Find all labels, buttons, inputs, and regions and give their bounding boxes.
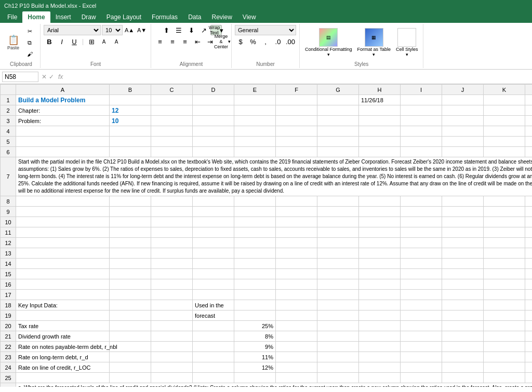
cell-b15[interactable]	[110, 269, 151, 279]
cell-a15[interactable]	[16, 269, 110, 279]
cell-d24[interactable]	[193, 362, 234, 373]
cell-c11[interactable]	[151, 227, 193, 238]
cell-g10[interactable]	[317, 217, 359, 227]
cell-l11[interactable]	[525, 227, 533, 238]
cell-h19[interactable]	[359, 310, 401, 321]
cell-k1[interactable]	[484, 95, 525, 105]
cell-c5[interactable]	[151, 137, 193, 147]
cell-a8[interactable]	[16, 196, 110, 207]
cell-c15[interactable]	[151, 269, 193, 279]
cell-h22[interactable]	[359, 342, 401, 352]
cell-g3[interactable]	[317, 116, 359, 126]
cell-a25[interactable]	[16, 373, 110, 383]
cell-l10[interactable]	[525, 217, 533, 227]
cell-k21[interactable]	[484, 331, 525, 342]
cell-k4[interactable]	[484, 126, 525, 137]
cell-h1[interactable]: 11/26/18	[359, 95, 401, 105]
cell-j18[interactable]	[442, 300, 484, 310]
cell-d11[interactable]	[193, 227, 234, 238]
cell-g21[interactable]	[317, 331, 359, 342]
increase-decimal-button[interactable]: .00	[285, 36, 296, 47]
cell-b11[interactable]	[110, 227, 151, 238]
cell-a24[interactable]: Rate on line of credit, r_LOC	[16, 362, 110, 373]
cell-k5[interactable]	[484, 137, 525, 147]
cell-reference[interactable]	[2, 72, 38, 82]
cell-k20[interactable]	[484, 321, 525, 331]
cell-f18[interactable]	[276, 300, 317, 310]
cell-e14[interactable]	[234, 259, 276, 269]
cell-k2[interactable]	[484, 105, 525, 116]
decrease-decimal-button[interactable]: .0	[272, 36, 284, 47]
cell-k3[interactable]	[484, 116, 525, 126]
cell-g5[interactable]	[317, 137, 359, 147]
cell-k19[interactable]	[484, 310, 525, 321]
cell-f10[interactable]	[276, 217, 317, 227]
cell-b12[interactable]	[110, 238, 151, 248]
cell-f14[interactable]	[276, 259, 317, 269]
cell-k23[interactable]	[484, 352, 525, 362]
tab-file[interactable]: File	[2, 11, 22, 23]
tab-home[interactable]: Home	[22, 11, 50, 23]
cell-h2[interactable]	[359, 105, 401, 116]
cell-b8[interactable]	[110, 196, 151, 207]
cell-c14[interactable]	[151, 259, 193, 269]
cell-g24[interactable]	[317, 362, 359, 373]
tab-insert[interactable]: Insert	[50, 11, 76, 23]
cell-e12[interactable]	[234, 238, 276, 248]
cell-f25[interactable]	[276, 373, 317, 383]
cell-a10[interactable]	[16, 217, 110, 227]
cell-i9[interactable]	[401, 207, 442, 217]
fill-color-button[interactable]: A	[98, 36, 110, 47]
cell-f9[interactable]	[276, 207, 317, 217]
cell-j12[interactable]	[442, 238, 484, 248]
cell-g15[interactable]	[317, 269, 359, 279]
cell-h17[interactable]	[359, 290, 401, 300]
cell-c20[interactable]	[151, 321, 193, 331]
cell-f17[interactable]	[276, 290, 317, 300]
cell-c19[interactable]	[151, 310, 193, 321]
cell-i16[interactable]	[401, 279, 442, 290]
cell-d12[interactable]	[193, 238, 234, 248]
orientation-button[interactable]: ↗	[198, 25, 209, 35]
align-center-button[interactable]: ≡	[167, 36, 178, 47]
conditional-formatting-button[interactable]: ▤ Conditional Formatting ▾	[303, 26, 354, 59]
cell-h11[interactable]	[359, 227, 401, 238]
cell-g6[interactable]	[317, 147, 359, 157]
cell-j25[interactable]	[442, 373, 484, 383]
cell-a21[interactable]: Dividend growth rate	[16, 331, 110, 342]
cell-c1[interactable]	[151, 95, 193, 105]
cell-g2[interactable]	[317, 105, 359, 116]
cell-l3[interactable]	[525, 116, 533, 126]
cell-l5[interactable]	[525, 137, 533, 147]
cell-i14[interactable]	[401, 259, 442, 269]
tab-page layout[interactable]: Page Layout	[101, 11, 147, 23]
cell-d4[interactable]	[193, 126, 234, 137]
font-color-button[interactable]: A	[111, 36, 122, 47]
cell-g19[interactable]	[317, 310, 359, 321]
cell-g17[interactable]	[317, 290, 359, 300]
cell-d16[interactable]	[193, 279, 234, 290]
cell-d14[interactable]	[193, 259, 234, 269]
cell-i1[interactable]	[401, 95, 442, 105]
cell-k12[interactable]	[484, 238, 525, 248]
cell-b1[interactable]	[110, 95, 151, 105]
cell-a7[interactable]: Start with the partial model in the file…	[16, 157, 533, 196]
cell-f15[interactable]	[276, 269, 317, 279]
cell-e24[interactable]: 12%	[234, 362, 276, 373]
tab-formulas[interactable]: Formulas	[147, 11, 183, 23]
tab-review[interactable]: Review	[206, 11, 237, 23]
cell-i15[interactable]	[401, 269, 442, 279]
cell-h5[interactable]	[359, 137, 401, 147]
cell-e4[interactable]	[234, 126, 276, 137]
cell-f2[interactable]	[276, 105, 317, 116]
cell-k25[interactable]	[484, 373, 525, 383]
paste-button[interactable]: 📋 Paste	[5, 25, 21, 60]
cell-b25[interactable]	[110, 373, 151, 383]
cell-l12[interactable]	[525, 238, 533, 248]
cell-c22[interactable]	[151, 342, 193, 352]
cell-e21[interactable]: 8%	[234, 331, 276, 342]
cell-i8[interactable]	[401, 196, 442, 207]
cell-a26[interactable]: a. What are the forecasted levels of the…	[16, 383, 533, 387]
cell-l9[interactable]	[525, 207, 533, 217]
cell-b3[interactable]: 10	[110, 116, 151, 126]
